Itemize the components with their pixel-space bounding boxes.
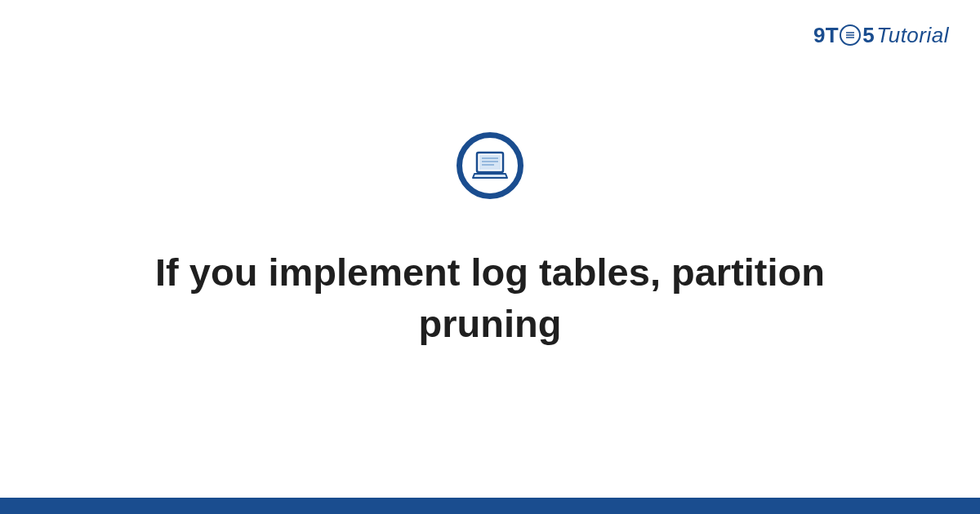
hero-icon-circle: [457, 132, 523, 199]
page-title: If you implement log tables, partition p…: [122, 246, 858, 350]
main-content: If you implement log tables, partition p…: [0, 0, 980, 514]
footer-accent-bar: [0, 498, 980, 514]
svg-rect-4: [479, 155, 501, 170]
laptop-icon: [471, 149, 509, 182]
